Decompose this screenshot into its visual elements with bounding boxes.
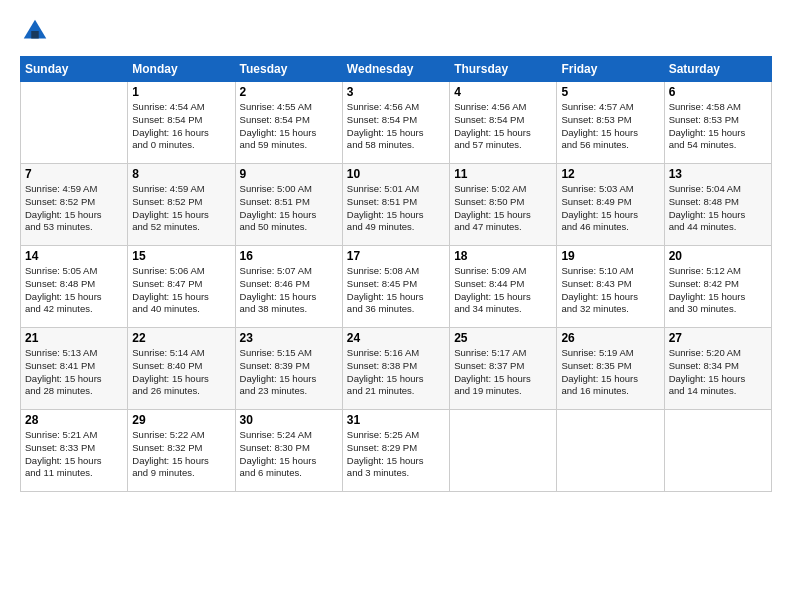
day-number: 30 — [240, 413, 338, 427]
calendar-cell: 19Sunrise: 5:10 AMSunset: 8:43 PMDayligh… — [557, 246, 664, 328]
day-info: Sunrise: 5:14 AMSunset: 8:40 PMDaylight:… — [132, 347, 230, 398]
day-number: 25 — [454, 331, 552, 345]
calendar-cell: 11Sunrise: 5:02 AMSunset: 8:50 PMDayligh… — [450, 164, 557, 246]
day-info: Sunrise: 5:21 AMSunset: 8:33 PMDaylight:… — [25, 429, 123, 480]
calendar-cell: 30Sunrise: 5:24 AMSunset: 8:30 PMDayligh… — [235, 410, 342, 492]
day-number: 14 — [25, 249, 123, 263]
calendar-cell — [450, 410, 557, 492]
week-row-3: 14Sunrise: 5:05 AMSunset: 8:48 PMDayligh… — [21, 246, 772, 328]
day-info: Sunrise: 5:00 AMSunset: 8:51 PMDaylight:… — [240, 183, 338, 234]
day-info: Sunrise: 5:15 AMSunset: 8:39 PMDaylight:… — [240, 347, 338, 398]
day-number: 2 — [240, 85, 338, 99]
calendar-cell — [664, 410, 771, 492]
calendar-cell: 4Sunrise: 4:56 AMSunset: 8:54 PMDaylight… — [450, 82, 557, 164]
day-info: Sunrise: 4:56 AMSunset: 8:54 PMDaylight:… — [347, 101, 445, 152]
calendar-cell: 23Sunrise: 5:15 AMSunset: 8:39 PMDayligh… — [235, 328, 342, 410]
header-day-thursday: Thursday — [450, 57, 557, 82]
day-number: 11 — [454, 167, 552, 181]
calendar-cell: 7Sunrise: 4:59 AMSunset: 8:52 PMDaylight… — [21, 164, 128, 246]
calendar-cell: 6Sunrise: 4:58 AMSunset: 8:53 PMDaylight… — [664, 82, 771, 164]
day-info: Sunrise: 4:54 AMSunset: 8:54 PMDaylight:… — [132, 101, 230, 152]
calendar-cell: 2Sunrise: 4:55 AMSunset: 8:54 PMDaylight… — [235, 82, 342, 164]
calendar-cell — [21, 82, 128, 164]
day-number: 28 — [25, 413, 123, 427]
calendar-cell: 20Sunrise: 5:12 AMSunset: 8:42 PMDayligh… — [664, 246, 771, 328]
day-info: Sunrise: 5:24 AMSunset: 8:30 PMDaylight:… — [240, 429, 338, 480]
week-row-5: 28Sunrise: 5:21 AMSunset: 8:33 PMDayligh… — [21, 410, 772, 492]
day-info: Sunrise: 5:06 AMSunset: 8:47 PMDaylight:… — [132, 265, 230, 316]
day-info: Sunrise: 5:03 AMSunset: 8:49 PMDaylight:… — [561, 183, 659, 234]
day-number: 5 — [561, 85, 659, 99]
page-container: SundayMondayTuesdayWednesdayThursdayFrid… — [0, 0, 792, 502]
day-info: Sunrise: 5:05 AMSunset: 8:48 PMDaylight:… — [25, 265, 123, 316]
calendar-cell: 29Sunrise: 5:22 AMSunset: 8:32 PMDayligh… — [128, 410, 235, 492]
calendar-cell: 15Sunrise: 5:06 AMSunset: 8:47 PMDayligh… — [128, 246, 235, 328]
day-number: 13 — [669, 167, 767, 181]
day-info: Sunrise: 5:20 AMSunset: 8:34 PMDaylight:… — [669, 347, 767, 398]
week-row-1: 1Sunrise: 4:54 AMSunset: 8:54 PMDaylight… — [21, 82, 772, 164]
calendar-cell: 21Sunrise: 5:13 AMSunset: 8:41 PMDayligh… — [21, 328, 128, 410]
calendar-cell: 28Sunrise: 5:21 AMSunset: 8:33 PMDayligh… — [21, 410, 128, 492]
header-day-sunday: Sunday — [21, 57, 128, 82]
day-info: Sunrise: 4:57 AMSunset: 8:53 PMDaylight:… — [561, 101, 659, 152]
day-number: 8 — [132, 167, 230, 181]
calendar-cell: 24Sunrise: 5:16 AMSunset: 8:38 PMDayligh… — [342, 328, 449, 410]
week-row-2: 7Sunrise: 4:59 AMSunset: 8:52 PMDaylight… — [21, 164, 772, 246]
day-info: Sunrise: 5:16 AMSunset: 8:38 PMDaylight:… — [347, 347, 445, 398]
header-day-friday: Friday — [557, 57, 664, 82]
day-number: 22 — [132, 331, 230, 345]
day-info: Sunrise: 5:13 AMSunset: 8:41 PMDaylight:… — [25, 347, 123, 398]
day-number: 23 — [240, 331, 338, 345]
day-info: Sunrise: 5:09 AMSunset: 8:44 PMDaylight:… — [454, 265, 552, 316]
day-info: Sunrise: 4:59 AMSunset: 8:52 PMDaylight:… — [132, 183, 230, 234]
calendar-cell: 31Sunrise: 5:25 AMSunset: 8:29 PMDayligh… — [342, 410, 449, 492]
day-info: Sunrise: 5:01 AMSunset: 8:51 PMDaylight:… — [347, 183, 445, 234]
day-number: 21 — [25, 331, 123, 345]
day-info: Sunrise: 5:19 AMSunset: 8:35 PMDaylight:… — [561, 347, 659, 398]
logo-icon — [20, 16, 50, 46]
day-number: 12 — [561, 167, 659, 181]
calendar-cell: 5Sunrise: 4:57 AMSunset: 8:53 PMDaylight… — [557, 82, 664, 164]
day-number: 9 — [240, 167, 338, 181]
day-info: Sunrise: 5:22 AMSunset: 8:32 PMDaylight:… — [132, 429, 230, 480]
day-number: 27 — [669, 331, 767, 345]
day-number: 24 — [347, 331, 445, 345]
calendar-cell: 22Sunrise: 5:14 AMSunset: 8:40 PMDayligh… — [128, 328, 235, 410]
calendar-cell: 13Sunrise: 5:04 AMSunset: 8:48 PMDayligh… — [664, 164, 771, 246]
calendar-cell — [557, 410, 664, 492]
calendar-cell: 1Sunrise: 4:54 AMSunset: 8:54 PMDaylight… — [128, 82, 235, 164]
day-info: Sunrise: 4:58 AMSunset: 8:53 PMDaylight:… — [669, 101, 767, 152]
calendar-table: SundayMondayTuesdayWednesdayThursdayFrid… — [20, 56, 772, 492]
day-info: Sunrise: 4:56 AMSunset: 8:54 PMDaylight:… — [454, 101, 552, 152]
header-day-monday: Monday — [128, 57, 235, 82]
day-number: 4 — [454, 85, 552, 99]
calendar-cell: 8Sunrise: 4:59 AMSunset: 8:52 PMDaylight… — [128, 164, 235, 246]
week-row-4: 21Sunrise: 5:13 AMSunset: 8:41 PMDayligh… — [21, 328, 772, 410]
header-day-wednesday: Wednesday — [342, 57, 449, 82]
header-day-saturday: Saturday — [664, 57, 771, 82]
day-info: Sunrise: 5:02 AMSunset: 8:50 PMDaylight:… — [454, 183, 552, 234]
header — [20, 16, 772, 46]
calendar-cell: 9Sunrise: 5:00 AMSunset: 8:51 PMDaylight… — [235, 164, 342, 246]
day-number: 16 — [240, 249, 338, 263]
calendar-cell: 16Sunrise: 5:07 AMSunset: 8:46 PMDayligh… — [235, 246, 342, 328]
day-info: Sunrise: 5:08 AMSunset: 8:45 PMDaylight:… — [347, 265, 445, 316]
calendar-cell: 10Sunrise: 5:01 AMSunset: 8:51 PMDayligh… — [342, 164, 449, 246]
calendar-cell: 17Sunrise: 5:08 AMSunset: 8:45 PMDayligh… — [342, 246, 449, 328]
logo — [20, 16, 52, 46]
day-number: 26 — [561, 331, 659, 345]
svg-rect-1 — [31, 31, 39, 39]
day-number: 31 — [347, 413, 445, 427]
day-number: 1 — [132, 85, 230, 99]
day-number: 10 — [347, 167, 445, 181]
day-number: 15 — [132, 249, 230, 263]
calendar-cell: 14Sunrise: 5:05 AMSunset: 8:48 PMDayligh… — [21, 246, 128, 328]
day-info: Sunrise: 4:55 AMSunset: 8:54 PMDaylight:… — [240, 101, 338, 152]
day-info: Sunrise: 5:10 AMSunset: 8:43 PMDaylight:… — [561, 265, 659, 316]
calendar-cell: 27Sunrise: 5:20 AMSunset: 8:34 PMDayligh… — [664, 328, 771, 410]
day-info: Sunrise: 5:04 AMSunset: 8:48 PMDaylight:… — [669, 183, 767, 234]
day-number: 3 — [347, 85, 445, 99]
day-number: 18 — [454, 249, 552, 263]
calendar-cell: 26Sunrise: 5:19 AMSunset: 8:35 PMDayligh… — [557, 328, 664, 410]
day-number: 17 — [347, 249, 445, 263]
